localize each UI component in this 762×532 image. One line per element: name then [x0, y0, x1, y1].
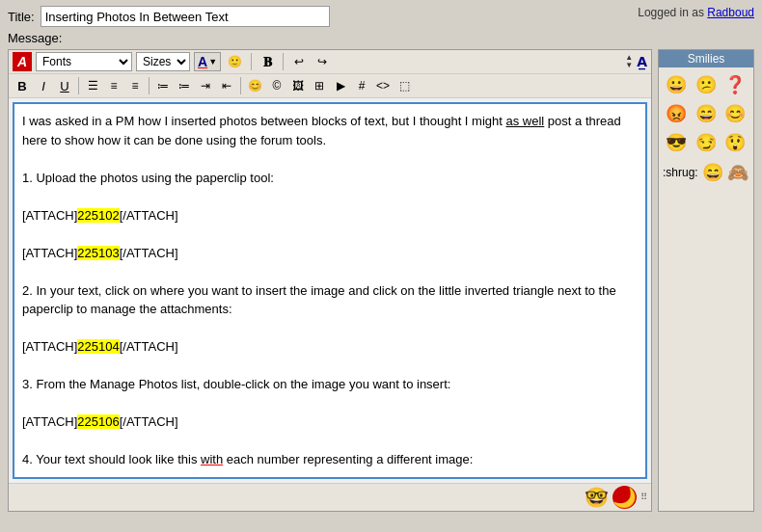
size-select[interactable]: Sizes	[136, 52, 190, 71]
resize-handle[interactable]: ⠿	[640, 492, 647, 502]
shrug-icon2[interactable]: 🙈	[727, 162, 748, 183]
smiley2-button[interactable]: 😊	[245, 76, 265, 95]
smiley-smile[interactable]: 😊	[721, 100, 748, 127]
attach3-line: [ATTACH]225104[/ATTACH]	[22, 337, 638, 357]
smiley-smirk[interactable]: 😏	[693, 129, 720, 156]
smiley-surprised[interactable]: 😲	[721, 129, 748, 156]
scroll-down-icon[interactable]: ▼	[625, 62, 633, 69]
font-select[interactable]: Fonts	[36, 52, 132, 71]
font-size-right-icon: A̲	[637, 54, 647, 69]
toolbar-separator2	[283, 53, 284, 70]
attach4-line: [ATTACH]225106[/ATTACH]	[22, 412, 638, 432]
insert-table-icon: ⊞	[314, 79, 324, 93]
outdent-icon: ⇤	[222, 79, 231, 93]
toolbar-separator	[251, 53, 252, 70]
media-icon: ▶	[337, 79, 345, 93]
smiley-button[interactable]: 🙂	[225, 52, 245, 71]
code-icon: <>	[376, 79, 390, 93]
undo-icon: ↩	[294, 55, 304, 68]
color-button[interactable]: A ▼	[194, 52, 221, 71]
align-center-button[interactable]: ≡	[104, 76, 123, 95]
format-icon: ⬚	[399, 79, 410, 93]
hash-icon: #	[359, 79, 366, 93]
smiley-grin[interactable]: 😄	[693, 100, 720, 127]
outdent-button[interactable]: ⇤	[217, 76, 236, 95]
underline-button[interactable]: U	[55, 76, 74, 95]
media-button[interactable]: ▶	[331, 76, 350, 95]
ordered-list-button[interactable]: ≔	[175, 76, 194, 95]
sep4	[149, 77, 150, 94]
shrug-icon1[interactable]: 😄	[702, 162, 723, 183]
smiley-question[interactable]: ❓	[721, 71, 748, 98]
bold-icon: B	[17, 79, 26, 93]
undo-button[interactable]: ↩	[289, 52, 309, 71]
smiley2-icon: 😊	[248, 79, 262, 93]
editor-bottom-bar: 🤓 🌙 ⠿	[9, 483, 651, 511]
username-link[interactable]: Radboud	[707, 6, 754, 19]
hash-button[interactable]: #	[352, 76, 371, 95]
smiley-happy[interactable]: 😀	[663, 71, 690, 98]
toolbar-row2: B I U ☰ ≡ ≡ ≔	[9, 74, 651, 98]
attach2-line: [ATTACH]225103[/ATTACH]	[22, 244, 638, 263]
code-button[interactable]: <>	[373, 76, 393, 95]
bullet-list-icon: ≔	[157, 79, 169, 93]
align-right-icon: ≡	[131, 79, 138, 93]
toolbar-right: ▲ ▼ A̲	[623, 54, 647, 69]
insert-image-icon: 🖼	[292, 79, 304, 93]
align-center-icon: ≡	[110, 79, 117, 93]
bold-button[interactable]: B	[13, 76, 32, 95]
smilies-grid: 😀 😕 ❓ 😡 😄 😊 😎 😏 😲	[659, 67, 753, 160]
color-dropdown-icon: ▼	[208, 57, 217, 66]
editor-main: A Fonts Sizes A ▼ 🙂 𝐁	[8, 49, 652, 512]
insert-table-button[interactable]: ⊞	[310, 76, 329, 95]
underline-icon: U	[60, 79, 68, 93]
bold-b-icon: 𝐁	[263, 54, 272, 70]
smilies-panel: Smilies 😀 😕 ❓ 😡 😄 😊 😎 😏 😲 :shrug: 😄 🙈	[658, 49, 754, 512]
smiley-sad[interactable]: 😕	[693, 71, 720, 98]
italic-icon: I	[41, 79, 45, 93]
scroll-buttons: ▲ ▼	[625, 54, 633, 69]
sep5	[240, 77, 241, 94]
insert-image-button[interactable]: 🖼	[288, 76, 308, 95]
indent-button[interactable]: ⇥	[196, 76, 215, 95]
logged-in-info: Logged in as Radboud	[638, 6, 754, 19]
redo-button[interactable]: ↪	[313, 52, 332, 71]
redo-icon: ↪	[317, 55, 327, 68]
toolbar-row1: A Fonts Sizes A ▼ 🙂 𝐁	[9, 50, 651, 74]
smiley-bottom-icon[interactable]: 🤓	[585, 486, 609, 509]
shrug-label: :shrug:	[663, 166, 698, 179]
message-label: Message:	[8, 31, 754, 45]
indent-icon: ⇥	[201, 79, 210, 93]
italic-button[interactable]: I	[34, 76, 53, 95]
font-format-icon: A	[13, 52, 32, 71]
special-char-icon: ©	[273, 79, 282, 93]
step2-text: 2. In your text, click on where you want…	[22, 281, 638, 319]
as-well-text: as well	[506, 114, 545, 128]
smiley-cool[interactable]: 😎	[663, 129, 690, 156]
bullet-list-button[interactable]: ≔	[153, 76, 173, 95]
step1-text: 1. Upload the photos using the paperclip…	[22, 169, 638, 188]
smiley-angry[interactable]: 😡	[663, 100, 690, 127]
format-button[interactable]: ⬚	[395, 76, 414, 95]
special-char-button[interactable]: ©	[267, 76, 286, 95]
bold-font-button[interactable]: 𝐁	[258, 52, 277, 71]
step4-text: 4. Your text should look like this with …	[22, 450, 638, 469]
moon-icon[interactable]: 🌙	[612, 486, 637, 509]
step3-text: 3. From the Manage Photos list, double-c…	[22, 375, 638, 394]
color-a-icon: A	[198, 54, 207, 69]
shrug-row: :shrug: 😄 🙈	[659, 160, 753, 185]
ordered-list-icon: ≔	[178, 79, 190, 93]
editor-content[interactable]: I was asked in a PM how I inserted photo…	[13, 102, 647, 479]
align-right-button[interactable]: ≡	[125, 76, 145, 95]
sep3	[78, 77, 79, 94]
smiley-icon: 🙂	[228, 55, 242, 68]
with-underline: with	[201, 452, 223, 466]
align-left-icon: ☰	[88, 79, 98, 93]
align-left-button[interactable]: ☰	[83, 76, 102, 95]
attach1-line: [ATTACH]225102[/ATTACH]	[22, 206, 638, 226]
smilies-header: Smilies	[659, 50, 753, 67]
title-label: Title:	[8, 10, 35, 24]
title-input[interactable]	[41, 6, 330, 27]
